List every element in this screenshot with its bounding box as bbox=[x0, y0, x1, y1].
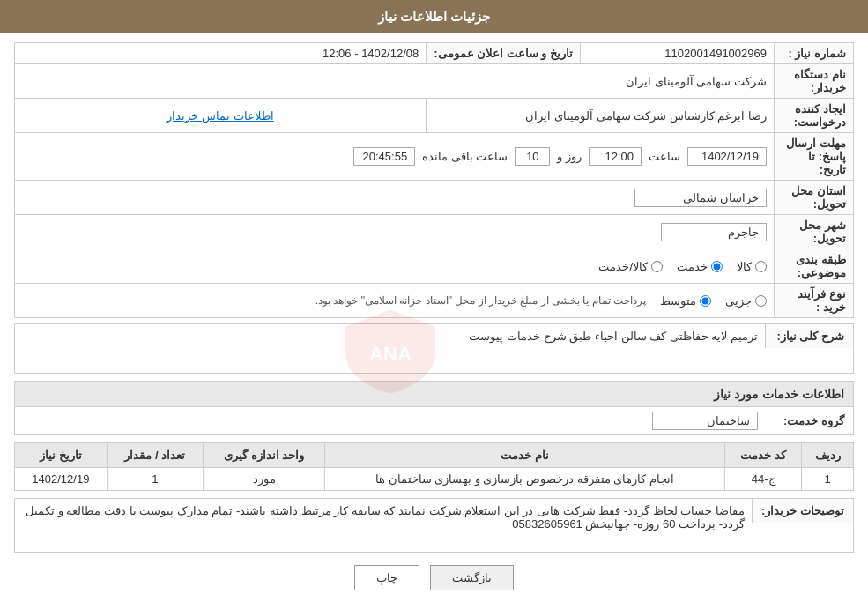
requester-label: ایجاد کننده درخواست: bbox=[775, 99, 854, 133]
category-label: طبقه بندی موضوعی: bbox=[775, 249, 854, 284]
purchase-type-label: نوع فرآیند خرید : bbox=[775, 284, 854, 318]
buyer-notes-container: توصیحات خریدار: مقاضا حساب لحاظ گردد- فق… bbox=[14, 498, 854, 553]
col-date: تاریخ نیاز bbox=[15, 443, 108, 468]
purchase-motavaset-radio[interactable] bbox=[700, 295, 711, 307]
province-value: خراسان شمالی bbox=[15, 181, 775, 215]
response-day-label: روز و bbox=[557, 150, 582, 163]
button-row: بازگشت چاپ bbox=[14, 565, 854, 590]
purchase-jozee-radio[interactable] bbox=[755, 295, 767, 307]
buyer-org-label: نام دستگاه خریدار: bbox=[775, 64, 854, 99]
cell-row-num: 1 bbox=[802, 468, 854, 491]
description-value-container: ANA ترمیم لایه حفاظتی کف سالن احیاء طبق … bbox=[15, 324, 765, 373]
need-number-label: شماره نیاز : bbox=[775, 43, 854, 64]
purchase-motavaset-option[interactable]: متوسط bbox=[660, 294, 711, 308]
response-deadline-label: مهلت ارسال پاسخ: تا تاریخ: bbox=[775, 133, 854, 181]
category-kala-radio[interactable] bbox=[755, 261, 767, 272]
service-group-label: گروه خدمت: bbox=[765, 414, 844, 427]
svg-text:ANA: ANA bbox=[368, 342, 412, 364]
col-service-code: کد خدمت bbox=[724, 443, 801, 468]
announcement-label: تاریخ و ساعت اعلان عمومی: bbox=[427, 43, 581, 64]
cell-service-code: ج-44 bbox=[724, 468, 801, 491]
back-button[interactable]: بازگشت bbox=[430, 565, 514, 590]
services-table-section: ردیف کد خدمت نام خدمت واحد اندازه گیری ت… bbox=[14, 442, 854, 491]
service-group-row: گروه خدمت: ساختمان bbox=[14, 407, 854, 435]
category-khadamat-radio[interactable] bbox=[711, 261, 723, 272]
category-value: کالا خدمت کالا/خدمت bbox=[15, 249, 775, 284]
page-title: جزئیات اطلاعات نیاز bbox=[378, 9, 490, 24]
province-label: استان محل تحویل: bbox=[775, 181, 854, 215]
remaining-time: 20:45:55 bbox=[353, 147, 415, 166]
col-unit: واحد اندازه گیری bbox=[204, 443, 325, 468]
cell-unit: مورد bbox=[204, 468, 325, 491]
city-input: جاجرم bbox=[661, 223, 767, 241]
province-input: خراسان شمالی bbox=[634, 189, 767, 207]
print-button[interactable]: چاپ bbox=[354, 565, 419, 590]
services-table: ردیف کد خدمت نام خدمت واحد اندازه گیری ت… bbox=[14, 442, 854, 491]
service-group-value: ساختمان bbox=[652, 412, 758, 430]
category-kala-khadamat-radio[interactable] bbox=[651, 261, 663, 272]
city-value: جاجرم bbox=[15, 215, 775, 249]
category-kala-khadamat-option[interactable]: کالا/خدمت bbox=[598, 260, 663, 273]
table-row: 1 ج-44 انجام کارهای متفرقه درخصوص بازساز… bbox=[15, 468, 854, 491]
category-kala-option[interactable]: کالا bbox=[737, 260, 767, 273]
category-khadamat-option[interactable]: خدمت bbox=[677, 260, 723, 273]
purchase-jozee-option[interactable]: جزیی bbox=[725, 294, 767, 308]
buyer-notes-label: توصیحات خریدار: bbox=[752, 499, 853, 523]
cell-quantity: 1 bbox=[107, 468, 203, 491]
col-row-num: ردیف bbox=[802, 443, 854, 468]
response-time-label: ساعت bbox=[649, 150, 680, 163]
buyer-org-value: شرکت سهامی آلومینای ایران bbox=[15, 64, 775, 99]
watermark-shield: ANA bbox=[333, 305, 448, 393]
response-deadline-value: 1402/12/19 ساعت 12:00 روز و 10 ساعت باقی… bbox=[15, 133, 775, 181]
need-number-value: 1102001491002969 bbox=[581, 43, 775, 64]
col-quantity: تعداد / مقدار bbox=[107, 443, 203, 468]
buyer-notes-value: مقاضا حساب لحاظ گردد- فقط شرکت هایی در ا… bbox=[15, 499, 752, 552]
cell-service-name: انجام کارهای متفرقه درخصوص بازسازی و بهس… bbox=[325, 468, 725, 491]
requester-value: رضا ابرغم کارشناس شرکت سهامی آلومینای ای… bbox=[427, 99, 775, 133]
contact-info-link[interactable]: اطلاعات تماس خریدار bbox=[15, 99, 427, 133]
announcement-value: 1402/12/08 - 12:06 bbox=[15, 43, 427, 64]
response-time: 12:00 bbox=[589, 147, 642, 166]
col-service-name: نام خدمت bbox=[325, 443, 725, 468]
response-day: 10 bbox=[515, 147, 550, 166]
remaining-time-label: ساعت باقی مانده bbox=[422, 150, 508, 163]
cell-date: 1402/12/19 bbox=[15, 468, 108, 491]
description-label: شرح کلی نیاز: bbox=[765, 324, 853, 348]
page-header: جزئیات اطلاعات نیاز bbox=[0, 0, 868, 33]
response-date: 1402/12/19 bbox=[687, 147, 767, 166]
city-label: شهر محل تحویل: bbox=[775, 215, 854, 249]
